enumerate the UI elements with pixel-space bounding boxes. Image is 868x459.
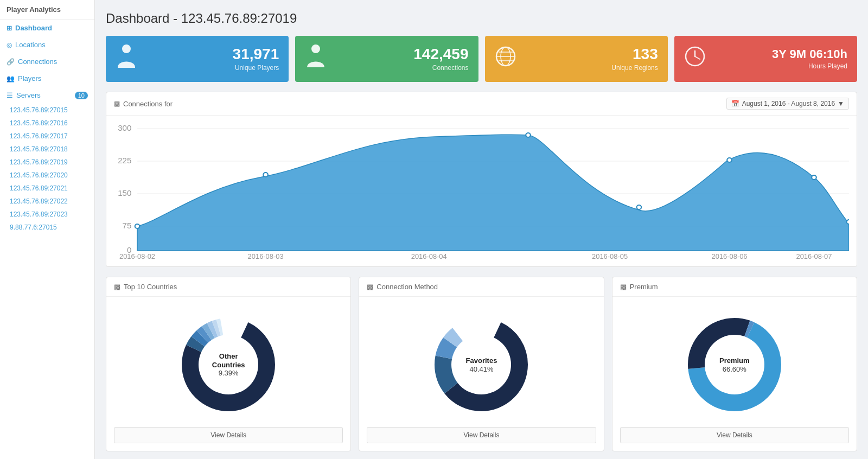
date-range-label: August 1, 2016 - August 8, 2016 bbox=[742, 100, 835, 107]
globe-icon bbox=[495, 46, 516, 72]
data-point bbox=[847, 220, 849, 224]
clock-icon bbox=[684, 46, 706, 72]
page-title: Dashboard - 123.45.76.89:27019 bbox=[106, 11, 857, 26]
donut-premium: Premium 66.60% bbox=[686, 316, 783, 413]
chart-bar-icon: ▩ bbox=[114, 100, 120, 107]
data-point bbox=[637, 205, 642, 209]
svg-line-10 bbox=[695, 56, 700, 59]
stat-card-regions: 133 Unique Regions bbox=[485, 36, 668, 82]
svg-point-2 bbox=[311, 44, 320, 53]
svg-text:2016-08-02: 2016-08-02 bbox=[119, 253, 155, 259]
premium-panel: ▩ Premium Premium 66. bbox=[612, 277, 857, 451]
connection-method-chart: Favorites 40.41% bbox=[359, 297, 603, 427]
premium-chart: Premium 66.60% bbox=[612, 297, 857, 427]
connection-method-panel: ▩ Connection Method Favorites bbox=[359, 277, 604, 451]
regions-label: Unique Regions bbox=[524, 64, 658, 72]
sidebar-item-dashboard[interactable]: ⊞ Dashboard bbox=[0, 20, 94, 36]
server-item[interactable]: 9.88.77.6:27015 bbox=[0, 221, 94, 234]
connections-chart-title: Connections for bbox=[123, 100, 173, 108]
connections-icon: 🔗 bbox=[7, 58, 15, 66]
server-item[interactable]: 123.45.76.89:27015 bbox=[0, 104, 94, 117]
server-list: 123.45.76.89:27015 123.45.76.89:27016 12… bbox=[0, 104, 94, 234]
view-details-countries-button[interactable]: View Details bbox=[114, 427, 343, 443]
hours-value: 3Y 9M 06:10h bbox=[713, 48, 847, 61]
area-fill bbox=[137, 135, 849, 251]
players-icon: 👥 bbox=[7, 75, 15, 82]
data-point bbox=[526, 133, 531, 137]
premium-header: ▩ Premium bbox=[612, 277, 857, 297]
connections-value: 142,459 bbox=[334, 46, 468, 63]
svg-point-35 bbox=[199, 335, 258, 394]
data-point bbox=[263, 173, 268, 177]
area-chart-svg: 300 225 150 75 0 bbox=[114, 123, 849, 259]
svg-text:150: 150 bbox=[118, 189, 131, 197]
servers-section[interactable]: ☰ Servers 10 bbox=[0, 87, 94, 104]
data-point bbox=[135, 224, 140, 228]
person-icon bbox=[116, 43, 137, 74]
server-item[interactable]: 123.45.76.89:27019 bbox=[0, 156, 94, 169]
hours-label: Hours Played bbox=[713, 62, 847, 70]
svg-text:2016-08-04: 2016-08-04 bbox=[411, 253, 447, 259]
svg-text:2016-08-07: 2016-08-07 bbox=[796, 253, 832, 259]
unique-players-value: 31,971 bbox=[145, 46, 279, 63]
svg-text:75: 75 bbox=[123, 221, 132, 229]
svg-text:2016-08-05: 2016-08-05 bbox=[592, 253, 628, 259]
connections-label: Connections bbox=[334, 64, 468, 72]
connections-chart-header: ▩ Connections for 📅 August 1, 2016 - Aug… bbox=[106, 92, 857, 116]
top-countries-panel: ▩ Top 10 Countries bbox=[106, 277, 351, 451]
view-details-connection-button[interactable]: View Details bbox=[367, 427, 596, 443]
stat-cards: 31,971 Unique Players 142,459 Connection… bbox=[106, 36, 857, 82]
top-countries-header: ▩ Top 10 Countries bbox=[106, 277, 350, 297]
server-item[interactable]: 123.45.76.89:27020 bbox=[0, 169, 94, 182]
stat-card-hours: 3Y 9M 06:10h Hours Played bbox=[674, 36, 857, 82]
chart-icon3: ▩ bbox=[620, 283, 627, 291]
regions-value: 133 bbox=[524, 46, 658, 63]
person-connections-icon bbox=[305, 43, 327, 74]
svg-point-0 bbox=[122, 44, 131, 53]
svg-text:2016-08-03: 2016-08-03 bbox=[248, 253, 284, 259]
donut-countries: Other Countries 9.39% bbox=[180, 316, 277, 413]
sidebar: Player Analytics ⊞ Dashboard ◎ Locations… bbox=[0, 0, 95, 459]
donut-connection: Favorites 40.41% bbox=[432, 316, 530, 413]
stat-card-unique-players: 31,971 Unique Players bbox=[106, 36, 289, 82]
chart-icon: ▩ bbox=[114, 283, 120, 291]
server-item[interactable]: 123.45.76.89:27016 bbox=[0, 117, 94, 130]
servers-badge: 10 bbox=[75, 92, 88, 99]
svg-point-44 bbox=[705, 335, 764, 394]
server-item[interactable]: 123.45.76.89:27023 bbox=[0, 208, 94, 221]
connections-chart-panel: ▩ Connections for 📅 August 1, 2016 - Aug… bbox=[106, 92, 857, 267]
area-chart: 300 225 150 75 0 bbox=[114, 123, 849, 259]
sidebar-item-locations[interactable]: ◎ Locations bbox=[0, 36, 94, 53]
dashboard-icon: ⊞ bbox=[7, 24, 12, 32]
data-point bbox=[812, 175, 816, 180]
date-range-picker[interactable]: 📅 August 1, 2016 - August 8, 2016 ▼ bbox=[726, 98, 849, 110]
svg-point-40 bbox=[451, 335, 511, 394]
server-item[interactable]: 123.45.76.89:27022 bbox=[0, 195, 94, 208]
data-point bbox=[727, 158, 732, 162]
chart-icon2: ▩ bbox=[367, 283, 373, 291]
bottom-panels: ▩ Top 10 Countries bbox=[106, 277, 857, 451]
connections-chart-body: 300 225 150 75 0 bbox=[106, 116, 857, 266]
servers-icon: ☰ bbox=[7, 91, 13, 99]
server-item[interactable]: 123.45.76.89:27021 bbox=[0, 182, 94, 195]
top-countries-chart: Other Countries 9.39% bbox=[106, 297, 350, 427]
sidebar-item-players[interactable]: 👥 Players bbox=[0, 70, 94, 87]
svg-text:300: 300 bbox=[118, 124, 131, 132]
stat-card-connections: 142,459 Connections bbox=[295, 36, 478, 82]
svg-text:2016-08-06: 2016-08-06 bbox=[712, 253, 748, 259]
chevron-down-icon: ▼ bbox=[838, 100, 844, 107]
server-item[interactable]: 123.45.76.89:27017 bbox=[0, 130, 94, 143]
unique-players-label: Unique Players bbox=[145, 64, 279, 72]
svg-text:225: 225 bbox=[118, 156, 131, 164]
view-details-premium-button[interactable]: View Details bbox=[620, 427, 849, 443]
connection-method-header: ▩ Connection Method bbox=[359, 277, 603, 297]
app-title: Player Analytics bbox=[0, 0, 94, 20]
calendar-icon: 📅 bbox=[731, 100, 739, 107]
sidebar-item-connections[interactable]: 🔗 Connections bbox=[0, 53, 94, 70]
locations-icon: ◎ bbox=[7, 41, 12, 49]
server-item[interactable]: 123.45.76.89:27018 bbox=[0, 143, 94, 156]
main-content: Dashboard - 123.45.76.89:27019 31,971 Un… bbox=[95, 0, 868, 459]
